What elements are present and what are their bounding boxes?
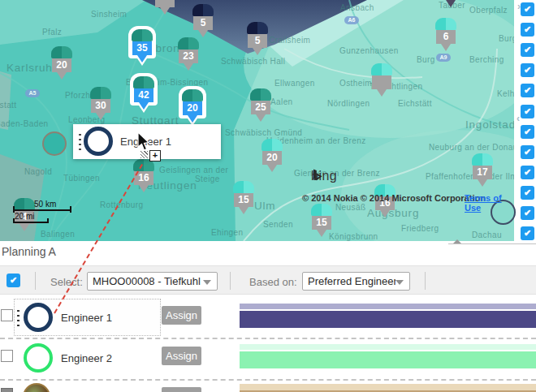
pin-count-label: 42 [134, 88, 153, 102]
assign-button[interactable]: Assign [162, 306, 201, 325]
map-pin[interactable]: 16 [133, 159, 154, 194]
terms-of-use-link[interactable]: Terms of Use [465, 193, 518, 213]
layer-checkbox[interactable] [521, 2, 534, 16]
pin-tip-icon [239, 207, 249, 214]
map-city-label: Nagold [24, 167, 52, 176]
pin-count-label [372, 75, 391, 89]
splitter-collapse-icon[interactable] [453, 239, 461, 243]
map-pin[interactable]: 30 [90, 87, 111, 122]
engineer-ring-avatar [24, 303, 53, 332]
map-city-label: Friedberg [401, 224, 439, 233]
map-pin[interactable]: 17 [472, 153, 493, 188]
layer-checkbox[interactable] [521, 43, 534, 57]
map-pin[interactable]: 5 [192, 4, 214, 39]
map-pin[interactable]: 20 [262, 139, 283, 174]
engineer-checkbox[interactable] [1, 388, 13, 392]
map-city-label: Burg [417, 55, 435, 64]
map-pin[interactable]: 6 [435, 18, 456, 53]
engineer-row[interactable]: Engineer 2 Assign [0, 339, 536, 379]
pin-head-icon [51, 46, 72, 58]
map-pin[interactable]: 20 [182, 89, 203, 124]
based-on-dropdown[interactable]: Preferred Engineer [302, 272, 410, 291]
engineer-row[interactable]: Assign [0, 381, 536, 392]
engineer-checkbox[interactable] [1, 350, 13, 362]
layer-checkbox[interactable] [521, 105, 534, 118]
pin-count-label: 15 [312, 216, 331, 230]
copy-plus-icon: + [149, 150, 161, 162]
pin-count-label: 17 [473, 166, 492, 179]
pin-tip-icon [317, 230, 326, 237]
layer-checkbox[interactable] [521, 166, 534, 179]
map-city-label: Oberpfalz [469, 6, 508, 15]
pin-head-icon [472, 153, 493, 166]
layer-checkbox[interactable] [521, 84, 534, 97]
pin-tip-icon [160, 7, 170, 15]
map-pin[interactable]: 5 [247, 22, 268, 57]
pin-count-label: 23 [179, 50, 198, 63]
assign-button[interactable]: Assign [162, 387, 201, 392]
map-city-label: Neusäß [335, 203, 365, 212]
map-pin[interactable]: 15 [311, 204, 332, 239]
layer-checkbox[interactable] [521, 186, 534, 200]
pin-count-label: 35 [132, 41, 152, 55]
layer-checkbox[interactable] [521, 125, 534, 139]
pin-tip-icon [19, 224, 29, 231]
map-city-label: Dachau [472, 230, 502, 239]
pin-tip-icon [198, 30, 208, 37]
layer-checkbox[interactable] [521, 145, 534, 159]
map-pin[interactable]: 35 [132, 29, 153, 64]
collapse-left-icon[interactable]: ‹ [517, 113, 520, 124]
drag-handle-icon[interactable] [17, 308, 19, 328]
row-separator [0, 379, 536, 381]
select-label: Select: [50, 276, 83, 288]
order-select-dropdown[interactable]: MHOO00008 - Tiefkuhl G [87, 272, 218, 291]
engineer-name: Engineer 1 [61, 312, 112, 324]
pin-head-icon [247, 22, 268, 34]
pin-head-icon [311, 204, 332, 216]
map-city-label: Sinsheim [91, 10, 127, 19]
map-canvas[interactable]: SinsheimPfalzHeilbronnSchwäbisch HallCra… [0, 0, 518, 241]
select-all-checkbox[interactable] [6, 274, 20, 287]
map-city-label: Balingen [41, 230, 75, 239]
pin-head-icon [371, 63, 392, 75]
layer-checkbox[interactable] [521, 23, 534, 37]
map-pin[interactable] [440, 0, 461, 9]
pin-tip-icon [267, 165, 277, 172]
map-pin[interactable]: 25 [250, 88, 271, 123]
pin-head-icon [435, 18, 456, 30]
pin-tip-icon [377, 89, 387, 97]
highway-shield: A9 [436, 54, 451, 62]
pin-tip-icon [253, 48, 262, 55]
assign-button[interactable]: Assign [162, 347, 201, 365]
map-pin[interactable]: 23 [178, 37, 199, 72]
pin-count-label: 5 [248, 34, 267, 48]
layer-checkbox[interactable] [521, 206, 534, 220]
pin-head-icon [192, 4, 214, 16]
pin-tip-icon [446, 0, 456, 7]
highway-shield: A6 [344, 16, 359, 24]
layer-checkbox[interactable] [521, 63, 534, 77]
pin-tip-icon [188, 115, 197, 123]
map-pin[interactable]: 42 [133, 76, 154, 111]
map-pin[interactable] [154, 0, 175, 16]
pin-tip-icon [380, 210, 390, 218]
map-city-label: Ostheim [339, 79, 372, 88]
pin-head-icon [262, 139, 283, 151]
map-pin[interactable]: 15 [233, 181, 254, 216]
map-city-label: Schwäbisch Hall [221, 57, 285, 66]
map-pin[interactable] [371, 63, 392, 98]
layer-checkbox[interactable] [521, 226, 534, 240]
coverage-circle [42, 131, 67, 156]
map-city-label: Eichstätt [398, 99, 432, 108]
pin-head-icon [14, 198, 35, 210]
engineer-row[interactable]: Engineer 1 Assign [0, 299, 536, 338]
engineer-checkbox[interactable] [1, 309, 13, 321]
schedule-bar-secondary [240, 304, 536, 309]
map-city-label: Ulm [254, 200, 275, 212]
map-pin[interactable]: 20 [51, 46, 72, 81]
map-city-label: Königsbrunn [329, 232, 378, 241]
pin-count-label: 15 [234, 193, 253, 207]
map-city-label: Rottenburg [100, 200, 143, 209]
pin-tip-icon [256, 114, 266, 122]
splitter[interactable] [448, 243, 536, 244]
